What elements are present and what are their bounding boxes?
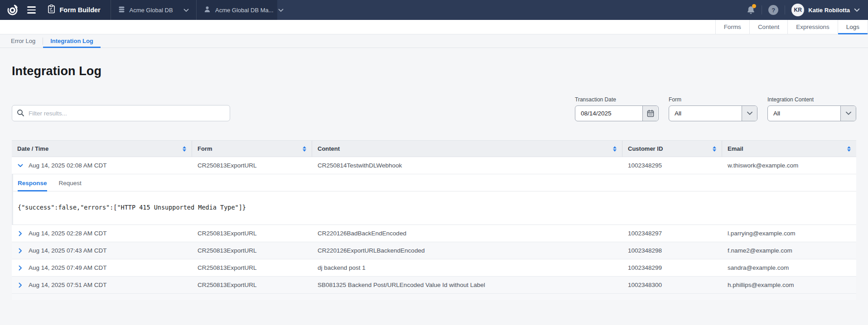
next-row-sliver (12, 294, 856, 300)
table-row[interactable]: Aug 14, 2025 02:28 AM CDTCR250813ExportU… (12, 225, 856, 242)
column-header-email[interactable]: Email (722, 141, 856, 157)
row-content-cell: CR220126ExportURLBackendEncoded (312, 242, 622, 259)
form-filter-label: Form (669, 96, 757, 103)
table-body: Aug 14, 2025 02:08 AM CDTCR250813ExportU… (12, 157, 856, 294)
form-filter: Form All (669, 96, 757, 121)
row-email-cell: l.parrying@example.com (722, 225, 856, 242)
row-customer-id-cell: 1002348299 (622, 259, 722, 276)
table-header-row: Date / Time Form Content Customer ID Ema… (12, 140, 856, 157)
notifications-bell-icon[interactable] (747, 5, 755, 15)
database-select[interactable]: Acme Global DB (111, 6, 197, 14)
integration-content-select[interactable]: All (767, 105, 856, 121)
top-navbar: Form Builder Acme Global DB (0, 0, 868, 20)
row-form-cell: CR250813ExportURL (192, 277, 312, 293)
sort-icon (183, 146, 186, 152)
row-content-cell: CR220126BadBackEndEncoded (312, 225, 622, 242)
row-form-cell: CR250813ExportURL (192, 242, 312, 259)
sort-icon (713, 146, 716, 152)
log-type-tab-bar: Error Log Integration Log (0, 34, 868, 48)
tab-forms[interactable]: Forms (715, 20, 749, 34)
navbar-left-section: Form Builder Acme Global DB (0, 0, 277, 20)
row-content-cell: SB081325 Backend Post/URLEncoded Value I… (312, 277, 622, 293)
person-icon (204, 6, 211, 14)
help-icon[interactable]: ? (768, 5, 778, 15)
column-header-form[interactable]: Form (192, 141, 312, 157)
app-logo-icon[interactable] (6, 3, 19, 17)
chevron-down-icon (183, 7, 189, 14)
navbar-separator (762, 5, 762, 14)
integration-log-table: Date / Time Form Content Customer ID Ema… (12, 140, 856, 300)
row-customer-id-cell: 1002348297 (622, 225, 722, 242)
transaction-date-input[interactable] (575, 106, 642, 121)
table-row[interactable]: Aug 14, 2025 07:51 AM CDTCR250813ExportU… (12, 277, 856, 294)
search-wrap (12, 105, 230, 121)
row-email-cell: sandra@example.com (722, 259, 856, 276)
chevron-right-icon[interactable] (17, 265, 24, 271)
row-date-cell: Aug 14, 2025 02:08 AM CDT (12, 157, 192, 174)
calendar-button[interactable] (642, 106, 658, 121)
chevron-right-icon[interactable] (17, 282, 24, 288)
detail-tab-request[interactable]: Request (59, 180, 82, 191)
row-detail-panel: ResponseRequest{"success":false,"errors"… (12, 174, 856, 225)
database-icon (118, 6, 125, 14)
integration-content-label: Integration Content (767, 96, 856, 103)
help-glyph: ? (768, 5, 778, 15)
chevron-down-icon[interactable] (17, 162, 24, 169)
filter-row: Transaction Date Form (12, 96, 856, 121)
detail-tab-bar: ResponseRequest (13, 174, 856, 191)
row-content-cell: dj backend post 1 (312, 259, 622, 276)
transaction-date-label: Transaction Date (575, 96, 659, 103)
table-row[interactable]: Aug 14, 2025 02:08 AM CDTCR250813ExportU… (12, 157, 856, 174)
user-avatar: KR (791, 4, 804, 16)
detail-tab-response[interactable]: Response (18, 180, 47, 191)
menu-hamburger-icon[interactable] (24, 6, 39, 14)
row-date-cell: Aug 14, 2025 07:51 AM CDT (12, 277, 192, 293)
context-select-value: Acme Global DB Ma... (215, 7, 274, 14)
form-select-value: All (669, 106, 742, 121)
chevron-right-icon[interactable] (17, 230, 24, 237)
chevron-down-icon (854, 6, 860, 14)
user-name: Katie Robilotta (808, 7, 850, 14)
chevron-down-icon (840, 106, 856, 121)
table-row[interactable]: Aug 14, 2025 07:43 AM CDTCR250813ExportU… (12, 242, 856, 259)
navbar-right-section: ? KR Katie Robilotta (747, 0, 868, 20)
chevron-down-icon (742, 106, 757, 121)
tab-integration-log[interactable]: Integration Log (43, 34, 101, 48)
filters-right: Transaction Date Form (575, 96, 856, 121)
notification-badge (752, 4, 756, 8)
row-form-cell: CR250813ExportURL (192, 259, 312, 276)
chevron-right-icon[interactable] (17, 248, 24, 254)
row-email-cell: h.phillips@example.com (722, 277, 856, 293)
table-row[interactable]: Aug 14, 2025 07:49 AM CDTCR250813ExportU… (12, 259, 856, 277)
tab-expressions[interactable]: Expressions (787, 20, 838, 34)
main-content: Integration Log Transaction Date (0, 64, 868, 300)
row-customer-id-cell: 1002348298 (622, 242, 722, 259)
tab-content[interactable]: Content (749, 20, 787, 34)
context-select[interactable]: Acme Global DB Ma... (197, 6, 277, 14)
user-menu[interactable]: KR Katie Robilotta (791, 4, 860, 16)
app-title: Form Builder (59, 6, 100, 14)
filter-results-input[interactable] (12, 105, 230, 121)
tab-error-log[interactable]: Error Log (4, 34, 43, 48)
row-form-cell: CR250813ExportURL (192, 225, 312, 242)
column-header-customer-id[interactable]: Customer ID (622, 141, 722, 157)
chevron-down-icon (278, 7, 284, 14)
integration-content-filter: Integration Content All (767, 96, 856, 121)
sort-icon (303, 146, 306, 152)
row-customer-id-cell: 1002348300 (622, 277, 722, 293)
row-date-cell: Aug 14, 2025 02:28 AM CDT (12, 225, 192, 242)
sort-icon (613, 146, 617, 152)
form-builder-icon (48, 5, 55, 15)
row-email-cell: w.thiswork@example.com (722, 157, 856, 174)
row-date-cell: Aug 14, 2025 07:49 AM CDT (12, 259, 192, 276)
column-header-content[interactable]: Content (312, 141, 622, 157)
page-title: Integration Log (12, 64, 856, 78)
tab-logs[interactable]: Logs (838, 20, 868, 34)
database-select-value: Acme Global DB (130, 7, 173, 14)
form-select[interactable]: All (669, 105, 757, 121)
app-title-group: Form Builder (48, 5, 110, 15)
column-header-date-time[interactable]: Date / Time (12, 141, 192, 157)
row-form-cell: CR250813ExportURL (192, 157, 312, 174)
transaction-date-control (575, 105, 659, 121)
row-content-cell: CR250814TestwithDLWebhook (312, 157, 622, 174)
